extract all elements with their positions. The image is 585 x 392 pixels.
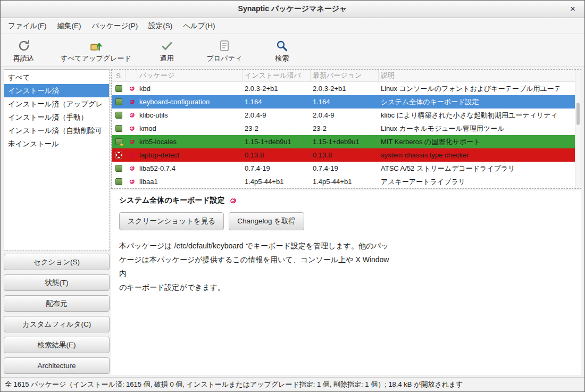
status-installed-icon — [115, 112, 122, 119]
filter-installed[interactable]: インストール済 — [4, 84, 109, 97]
upgrade-all-label: すべてアップグレード — [61, 54, 131, 63]
package-description: system chassis type checker — [379, 148, 581, 162]
package-name: krb5-locales — [137, 135, 243, 148]
menu-edit[interactable]: 編集(E) — [52, 18, 87, 34]
table-body: kbd 2.0.3-2+b1 2.0.3-2+b1 Linux コンソールのフォ… — [112, 82, 581, 188]
header-latest-version[interactable]: 最新バージョン — [311, 70, 379, 81]
architecture-button[interactable]: Architecture — [4, 357, 110, 374]
reload-button[interactable]: 再読込 — [6, 36, 41, 65]
package-name: libaa1 — [137, 175, 243, 188]
details-pane: システム全体のキーボード設定 スクリーンショットを見る Changelog を取… — [111, 190, 581, 375]
package-description: Linux コンソールのフォントおよびキーテーブル用ユーテ — [379, 82, 581, 95]
sections-button[interactable]: セクション(S) — [4, 254, 110, 270]
debian-swirl-icon — [128, 138, 135, 145]
menu-help[interactable]: ヘルプ(H) — [178, 18, 220, 34]
main-pane: S パッケージ インストール済バ 最新バージョン 説明 kbd 2.0.3-2+… — [111, 69, 581, 375]
filter-list: すべて インストール済 インストール済（アップグレ インストール済（手動） イン… — [4, 69, 110, 251]
table-row-krb5-locales[interactable]: krb5-locales 1.15-1+deb9u1 1.15-1+deb9u1… — [112, 135, 581, 148]
properties-button[interactable]: プロパティ — [199, 36, 250, 65]
search-button[interactable]: 検索 — [265, 36, 298, 65]
main-content: すべて インストール済 インストール済（アップグレ インストール済（手動） イン… — [1, 67, 584, 377]
origin-button[interactable]: 配布元 — [4, 295, 110, 312]
status-installed-icon — [115, 165, 122, 172]
status-summary: 全 1615 パッケージ（インストール済: 1615 個, 破損 0 個, イン… — [5, 380, 463, 389]
latest-version: 0.13.8 — [311, 148, 379, 162]
toolbar: 再読込 すべてアップグレード 適用 プロパティ 検索 — [1, 34, 584, 67]
package-name: keyboard-configuration — [137, 95, 243, 109]
sidebar-buttons: セクション(S) 状態(T) 配布元 カスタムフィルタ(C) 検索結果(E) A… — [4, 254, 110, 375]
table-row-keyboard-configuration[interactable]: keyboard-configuration 1.164 1.164 システム全… — [112, 95, 581, 109]
search-icon — [275, 39, 289, 53]
table-row-laptop-detect[interactable]: laptop-detect 0.13.8 0.13.8 system chass… — [112, 148, 581, 162]
header-installed-version[interactable]: インストール済バ — [243, 70, 311, 81]
titlebar: Synaptic パッケージマネージャ × — [1, 1, 584, 18]
status-installed-icon — [115, 98, 122, 105]
debian-swirl-icon — [128, 112, 135, 119]
menu-settings[interactable]: 設定(S) — [143, 18, 178, 34]
package-description: Linux カーネルモジュール管理用ツール — [379, 122, 581, 135]
table-header: S パッケージ インストール済バ 最新バージョン 説明 — [112, 70, 581, 82]
upgrade-all-icon — [89, 39, 103, 53]
menubar: ファイル(F) 編集(E) パッケージ(P) 設定(S) ヘルプ(H) — [1, 18, 584, 34]
header-status[interactable]: S — [112, 70, 126, 81]
vertical-scrollbar[interactable] — [575, 70, 581, 188]
package-description: klibc により構築された小さな起動初期用ユーティリティ — [379, 109, 581, 122]
table-row-klibc-utils[interactable]: klibc-utils 2.0.4-9 2.0.4-9 klibc により構築さ… — [112, 109, 581, 122]
latest-version: 0.7.4-19 — [311, 162, 379, 175]
package-name: kbd — [137, 82, 243, 95]
installed-version: 1.4p5-44+b1 — [243, 175, 311, 188]
filter-installed-manual[interactable]: インストール済（手動） — [4, 111, 109, 124]
header-description[interactable]: 説明 — [379, 70, 581, 81]
package-table: S パッケージ インストール済バ 最新バージョン 説明 kbd 2.0.3-2+… — [111, 69, 581, 189]
scrollbar-thumb[interactable] — [576, 103, 580, 125]
menu-file[interactable]: ファイル(F) — [3, 18, 52, 34]
debian-swirl-icon — [128, 152, 135, 159]
header-supported[interactable] — [126, 70, 137, 81]
latest-version: 1.4p5-44+b1 — [311, 175, 379, 188]
package-name: klibc-utils — [137, 109, 243, 122]
synaptic-window: Synaptic パッケージマネージャ × ファイル(F) 編集(E) パッケー… — [0, 0, 585, 392]
header-package[interactable]: パッケージ — [137, 70, 243, 81]
installed-version: 0.13.8 — [243, 148, 311, 162]
custom-filters-button[interactable]: カスタムフィルタ(C) — [4, 316, 110, 332]
table-row-libaa1[interactable]: libaa1 1.4p5-44+b1 1.4p5-44+b1 アスキーアートライ… — [112, 175, 581, 188]
menu-package[interactable]: パッケージ(P) — [87, 18, 144, 34]
apply-icon — [160, 39, 174, 53]
reload-label: 再読込 — [13, 54, 34, 63]
latest-version: 2.0.4-9 — [311, 109, 379, 122]
package-name: kmod — [137, 122, 243, 135]
latest-version: 2.0.3-2+b1 — [311, 82, 379, 95]
filter-all[interactable]: すべて — [4, 71, 109, 84]
debian-swirl-icon — [229, 197, 237, 205]
installed-version: 1.15-1+deb9u1 — [243, 135, 311, 148]
latest-version: 1.164 — [311, 95, 379, 109]
status-installed-icon — [115, 85, 122, 92]
filter-installed-autoremovable[interactable]: インストール済（自動削除可 — [4, 124, 109, 137]
filter-not-installed[interactable]: 未インストール — [4, 137, 109, 151]
installed-version: 1.164 — [243, 95, 311, 109]
apply-button[interactable]: 適用 — [151, 36, 183, 65]
search-results-button[interactable]: 検索結果(E) — [4, 337, 110, 353]
statusbar: 全 1615 パッケージ（インストール済: 1615 個, 破損 0 個, イン… — [1, 377, 584, 391]
filter-installed-upgradable[interactable]: インストール済（アップグレ — [4, 97, 109, 111]
table-row-kmod[interactable]: kmod 23-2 23-2 Linux カーネルモジュール管理用ツール — [112, 122, 581, 135]
status-button[interactable]: 状態(T) — [4, 274, 110, 291]
view-screenshot-button[interactable]: スクリーンショットを見る — [119, 212, 224, 230]
package-long-description: 本パッケージは /etc/default/keyboard でキーボード設定を管… — [119, 239, 396, 294]
debian-swirl-icon — [128, 178, 135, 185]
close-icon[interactable]: × — [567, 4, 578, 14]
upgrade-all-button[interactable]: すべてアップグレード — [53, 36, 139, 65]
package-description: システム全体のキーボード設定 — [379, 95, 581, 109]
package-description: アスキーアートライブラリ — [379, 175, 581, 188]
installed-version: 2.0.4-9 — [243, 109, 311, 122]
properties-label: プロパティ — [207, 54, 243, 63]
table-row-kbd[interactable]: kbd 2.0.3-2+b1 2.0.3-2+b1 Linux コンソールのフォ… — [112, 82, 581, 95]
installed-version: 2.0.3-2+b1 — [243, 82, 311, 95]
debian-swirl-icon — [128, 98, 135, 105]
table-row-liba52[interactable]: liba52-0.7.4 0.7.4-19 0.7.4-19 ATSC A/52… — [112, 162, 581, 175]
debian-swirl-icon — [128, 85, 135, 92]
properties-icon — [218, 39, 231, 53]
installed-version: 0.7.4-19 — [243, 162, 311, 175]
get-changelog-button[interactable]: Changelog を取得 — [229, 212, 304, 230]
status-marked-remove-icon — [115, 152, 122, 159]
